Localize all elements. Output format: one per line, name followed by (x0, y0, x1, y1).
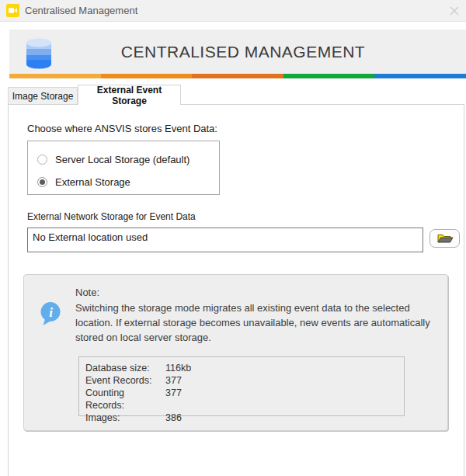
video-camera-icon (8, 5, 18, 16)
note-body: Switching the storage mode migrates all … (75, 301, 447, 345)
storage-choice-label: Choose where ANSVIS stores Event Data: (27, 123, 217, 134)
tab-external-event-storage[interactable]: External Event Storage (78, 85, 181, 105)
database-icon (23, 36, 54, 70)
radio-option-server-local-storage[interactable]: Server Local Storage (default) (37, 154, 190, 165)
header-stripe-segment (374, 74, 466, 78)
tab-label: External Event Storage (78, 85, 180, 106)
external-storage-path-input[interactable]: No External location used (27, 228, 423, 252)
stat-label: Counting Records: (85, 387, 165, 412)
stat-value: 377 (165, 387, 398, 412)
header-stripe-segment (192, 74, 283, 78)
header-stripe (9, 74, 466, 78)
browse-button[interactable] (429, 229, 460, 248)
note-title: Note: (75, 287, 99, 298)
app-icon (6, 4, 19, 17)
page-title: CENTRALISED MANAGEMENT (110, 43, 365, 61)
title-bar: Centralised Management (0, 0, 466, 22)
header-stripe-segment (101, 74, 193, 78)
radio-button-selected[interactable] (37, 177, 47, 187)
stat-row-event-records: Event Records: 377 (85, 374, 398, 387)
radio-option-external-storage[interactable]: External Storage (37, 176, 130, 188)
radio-button-unselected[interactable] (37, 155, 47, 165)
storage-stats-group: Database size: 116kb Event Records: 377 … (78, 356, 405, 416)
close-icon[interactable] (446, 3, 463, 19)
svg-text:i: i (49, 305, 53, 320)
info-icon: i (40, 301, 61, 326)
stat-label: Database size: (85, 362, 165, 374)
stat-label: Event Records: (85, 374, 165, 387)
radio-label: Server Local Storage (default) (55, 154, 190, 165)
open-folder-icon (436, 232, 454, 245)
tab-label: Image Storage (12, 91, 74, 102)
note-panel: i Note: Switching the storage mode migra… (23, 274, 448, 431)
header-stripe-segment (9, 74, 101, 78)
stat-row-counting-records: Counting Records: 377 (85, 387, 398, 412)
stat-value: 386 (165, 412, 398, 424)
stat-row-images: Images: 386 (85, 412, 398, 424)
storage-options-group: Server Local Storage (default) External … (27, 141, 220, 195)
header-stripe-segment (283, 74, 375, 78)
tab-image-storage[interactable]: Image Storage (8, 87, 78, 104)
stat-row-database-size: Database size: 116kb (85, 362, 398, 374)
stat-value: 377 (165, 374, 398, 387)
header-banner: CENTRALISED MANAGEMENT (9, 30, 466, 74)
stat-value: 116kb (165, 362, 398, 374)
window-title: Centralised Management (25, 5, 137, 16)
radio-label: External Storage (55, 176, 130, 188)
external-storage-label: External Network Storage for Event Data (27, 211, 196, 222)
stat-label: Images: (85, 412, 165, 424)
centralised-management-window: Centralised Management CENTRALISED MANAG… (0, 0, 466, 476)
